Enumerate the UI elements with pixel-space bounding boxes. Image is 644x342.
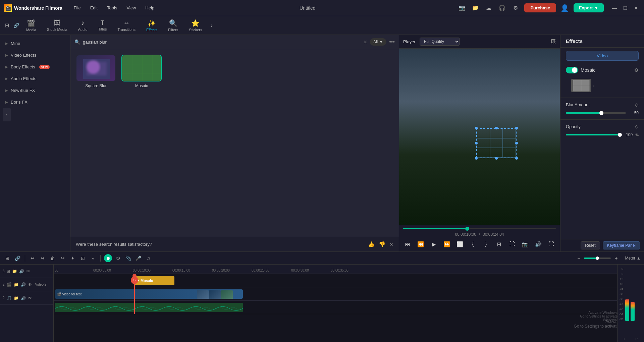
tool-media[interactable]: 🎬 Media xyxy=(21,18,41,33)
mosaic-preview-thumb[interactable]: › xyxy=(571,79,591,92)
purchase-button[interactable]: Purchase xyxy=(524,3,556,12)
menu-help[interactable]: Help xyxy=(142,4,158,12)
control-point-tl[interactable] xyxy=(475,127,478,129)
zoom-out-button[interactable]: − xyxy=(575,254,583,262)
track3-folder[interactable]: 📁 xyxy=(12,269,17,274)
link-tracks-button[interactable]: 🔗 xyxy=(13,254,21,262)
mosaic-clip[interactable]: + Mosaic xyxy=(134,276,174,285)
progress-thumb[interactable] xyxy=(465,227,469,231)
sidebar-item-boris-fx[interactable]: ▶ Boris FX xyxy=(0,96,70,108)
menu-view[interactable]: View xyxy=(123,4,139,12)
blur-slider[interactable] xyxy=(566,112,626,114)
user-avatar[interactable]: 👤 xyxy=(560,3,570,13)
quality-select[interactable]: Full Quality Half Quality Quarter Qualit… xyxy=(420,38,460,46)
menu-edit[interactable]: Edit xyxy=(87,4,101,12)
control-point-ml[interactable] xyxy=(475,142,478,145)
cloud-icon[interactable]: ☁ xyxy=(484,3,493,13)
reset-button[interactable]: Reset xyxy=(581,241,600,249)
sidebar-item-video-effects[interactable]: ▶ Video Effects xyxy=(0,49,70,61)
magic-button[interactable]: ✦ xyxy=(69,254,77,262)
maximize-button[interactable]: ❐ xyxy=(621,4,629,12)
satisfaction-close-button[interactable]: ✕ xyxy=(389,242,393,247)
music-button[interactable]: ♫ xyxy=(144,254,152,262)
sidebar-item-body-effects[interactable]: ▶ Body Effects NEW xyxy=(0,61,70,73)
mark-in-button[interactable]: { xyxy=(469,239,478,249)
sidebar-item-newblue-fx[interactable]: ▶ NewBlue FX xyxy=(0,84,70,96)
crop-button[interactable]: ⬜ xyxy=(455,239,465,249)
tool-audio[interactable]: ♪ Audio xyxy=(73,18,92,33)
thumbs-up-button[interactable]: 👍 xyxy=(368,241,375,247)
sidebar-collapse-button[interactable]: ‹ xyxy=(3,108,11,121)
meter-button[interactable]: Meter ▲ xyxy=(625,256,641,261)
record-button[interactable]: ⏺ xyxy=(104,254,112,262)
zoom-in-button[interactable]: + xyxy=(612,254,620,262)
settings-icon[interactable]: ⚙ xyxy=(511,3,520,13)
camera-icon[interactable]: 📷 xyxy=(457,3,467,13)
tool-filters[interactable]: 🔍 Filters xyxy=(163,18,183,33)
control-point-mr[interactable] xyxy=(515,142,518,145)
sidebar-item-mine[interactable]: ▶ Mine xyxy=(0,38,70,49)
tool-transitions[interactable]: ↔ Transitions xyxy=(113,18,140,33)
mic-button[interactable]: 🎤 xyxy=(134,254,142,262)
control-point-tm[interactable] xyxy=(495,127,498,129)
tool-titles[interactable]: T Titles xyxy=(94,18,112,33)
play-button[interactable]: ▶ xyxy=(429,239,438,249)
more-button[interactable]: ⛶ xyxy=(547,239,556,249)
progress-bar[interactable] xyxy=(403,228,556,229)
opacity-keyframe-icon[interactable]: ◇ xyxy=(635,124,639,129)
more-tools-button[interactable]: › xyxy=(208,21,215,30)
cut-button[interactable]: ✂ xyxy=(59,254,67,262)
audio-folder[interactable]: 📁 xyxy=(14,296,19,300)
tool-stickers[interactable]: ⭐ Stickers xyxy=(184,18,207,33)
frame-back-button[interactable]: ⏪ xyxy=(416,239,425,249)
settings-tl-button[interactable]: ⚙ xyxy=(114,254,122,262)
effect-card-mosaic[interactable]: Mosaic xyxy=(121,55,162,231)
tool-stock[interactable]: 🖼 Stock Media xyxy=(42,18,72,33)
player-display-icon[interactable]: 🖼 xyxy=(550,39,556,45)
filter-all-button[interactable]: All ▼ xyxy=(370,38,386,46)
minimize-button[interactable]: — xyxy=(610,4,619,12)
link-icon[interactable]: 🔗 xyxy=(12,21,20,30)
more-tl-button[interactable]: » xyxy=(89,254,97,262)
mosaic-selection[interactable] xyxy=(476,128,517,158)
snapshot-button[interactable]: 📷 xyxy=(521,239,530,249)
video-clip[interactable]: 🎬 video for test xyxy=(55,289,243,299)
frame-forward-button[interactable]: ⏩ xyxy=(442,239,451,249)
mosaic-toggle[interactable] xyxy=(566,67,578,73)
fullscreen-button[interactable]: ⛶ xyxy=(507,239,517,249)
control-point-bm[interactable] xyxy=(495,157,498,160)
control-point-bl[interactable] xyxy=(475,157,478,160)
transform-button[interactable]: ⊡ xyxy=(79,254,87,262)
skip-back-button[interactable]: ⏮ xyxy=(403,239,412,249)
clip-button[interactable]: 📎 xyxy=(124,254,132,262)
delete-button[interactable]: 🗑 xyxy=(49,254,57,262)
keyframe-panel-button[interactable]: Keyframe Panel xyxy=(603,241,640,249)
blur-slider-thumb[interactable] xyxy=(599,111,603,115)
video-tab-button[interactable]: Video xyxy=(566,51,639,61)
volume-button[interactable]: 🔊 xyxy=(534,239,543,249)
track2-mute[interactable]: 🔊 xyxy=(21,282,26,287)
zoom-thumb[interactable] xyxy=(596,256,599,260)
track2-eye[interactable]: 👁 xyxy=(28,282,32,287)
sidebar-item-audio-effects[interactable]: ▶ Audio Effects xyxy=(0,73,70,84)
thumbs-down-button[interactable]: 👎 xyxy=(379,241,385,247)
track3-eye[interactable]: 👁 xyxy=(26,269,30,274)
redo-button[interactable]: ↪ xyxy=(39,254,47,262)
opacity-slider[interactable] xyxy=(566,134,620,135)
more-options-button[interactable]: ••• xyxy=(389,39,395,45)
menu-tools[interactable]: Tools xyxy=(104,4,120,12)
track-add-icon[interactable]: ⊞ xyxy=(3,21,11,30)
mark-out-button[interactable]: } xyxy=(482,239,491,249)
audio-wave-clip[interactable] xyxy=(55,303,243,312)
track3-mute[interactable]: 🔊 xyxy=(19,269,24,274)
menu-file[interactable]: File xyxy=(70,4,84,12)
zoom-slider[interactable] xyxy=(584,258,611,259)
audio-eye[interactable]: 👁 xyxy=(28,296,32,300)
search-clear-button[interactable]: ✕ xyxy=(364,40,367,45)
undo-button[interactable]: ↩ xyxy=(29,254,37,262)
blur-keyframe-icon[interactable]: ◇ xyxy=(635,102,639,107)
tool-effects[interactable]: ✨ Effects xyxy=(142,18,162,33)
search-input[interactable] xyxy=(83,40,361,45)
folder-icon[interactable]: 📁 xyxy=(471,3,480,13)
control-point-tr[interactable] xyxy=(515,127,518,129)
